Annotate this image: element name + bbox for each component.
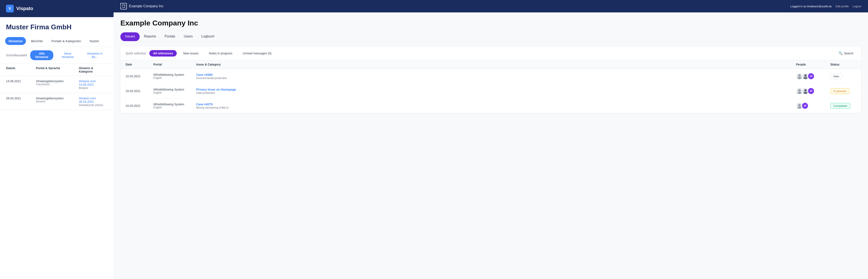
row1-issue-link[interactable]: Hinweis vom 14.06.2021: [79, 80, 107, 86]
row1-lang: Französisch: [36, 83, 79, 86]
neue-hinweise-button[interactable]: Neue Hinweise: [56, 50, 80, 60]
brand-logo-inner: [122, 5, 125, 8]
row1-issue-sub: Bonjour: [79, 86, 107, 90]
qs-all-references[interactable]: All references: [149, 50, 177, 57]
issue-portal-3: Whistleblowing System: [153, 102, 196, 106]
tab-users[interactable]: Users: [180, 32, 197, 41]
topbar-user-info: Logged in as bhalbach@auditi.de: [790, 5, 832, 8]
topbar-brand: Example Company Inc: [120, 3, 163, 9]
header-hinweis-kategorie: Hinweis & Kategorie: [79, 66, 107, 73]
logout-link[interactable]: Logout: [852, 5, 861, 8]
tab-portals[interactable]: Portals: [160, 32, 180, 41]
col-issue-category: Issue & Category: [196, 63, 796, 66]
row2-issue-sub: Geldwäsche (GwG): [79, 103, 107, 106]
brand-logo-icon: [120, 3, 127, 9]
edit-profile-link[interactable]: Edit profile: [836, 5, 849, 8]
people-avatars-3: JP: [796, 102, 830, 109]
vispato-logo: V: [6, 5, 14, 12]
issue-case-link-1[interactable]: Case #4280: [196, 73, 796, 76]
people-avatars-2: JP: [796, 88, 830, 94]
qs-new-issues[interactable]: New issues: [179, 50, 203, 57]
schnellauswahl-label: Schnellauswahl:: [6, 54, 28, 57]
tab-reports[interactable]: Reports: [140, 32, 160, 41]
issue-case-link-3[interactable]: Case #4279: [196, 102, 796, 106]
issue-date-1: 10.03.2021: [126, 74, 153, 78]
col-status: Status: [830, 63, 856, 66]
avatar-2c: JP: [808, 88, 814, 94]
topbar-brand-name: Example Company Inc: [129, 4, 163, 8]
topbar-links: Logged in as bhalbach@auditi.de Edit pro…: [790, 5, 861, 8]
status-badge-1: New: [830, 73, 856, 79]
issue-lang-2: English: [153, 91, 196, 94]
issue-portal-1: Whistleblowing System: [153, 73, 196, 76]
row2-lang: Deutsch: [36, 100, 79, 103]
quick-selection-bar: Quick selection: All references New issu…: [120, 46, 861, 60]
issues-table: Date Portal Issue & Category People Stat…: [120, 60, 861, 113]
avatar-3b: JP: [802, 102, 808, 109]
left-nav-nutzer[interactable]: Nutzer: [86, 37, 102, 45]
issue-lang-1: English: [153, 76, 196, 80]
row2-issue-link[interactable]: Hinweis vom 28.04.2021: [79, 97, 107, 103]
status-badge-3: Completed: [830, 103, 856, 109]
left-table-header: Datum Portal & Sprache Hinweis & Kategor…: [0, 64, 114, 76]
vispato-brand: Vispato: [16, 6, 33, 11]
left-table-row: 14.06.2021 Hinweisgebersystem Französisc…: [0, 76, 114, 93]
qs-notes-in-progress[interactable]: Notes in progress: [205, 50, 236, 57]
issues-panel: Quick selection: All references New issu…: [120, 46, 861, 113]
schnellauswahl-bar: Schnellauswahl: Alle Hinweise Neue Hinwe…: [0, 47, 114, 64]
right-panel: Example Company Inc Logged in as bhalbac…: [114, 0, 868, 279]
qs-unread-messages[interactable]: Unread messages (0): [239, 50, 276, 57]
issue-case-link-2[interactable]: Privacy Issue on Homepage: [196, 88, 796, 91]
header-portal-sprache: Portal & Sprache: [36, 66, 79, 73]
issue-lang-3: English: [153, 106, 196, 109]
hinweise-in-bear-button[interactable]: Hinweise in Be...: [82, 50, 107, 60]
left-nav-portale[interactable]: Portale & Kategorien: [48, 37, 84, 45]
tab-logbuch[interactable]: Logbuch: [197, 32, 219, 41]
right-nav: Issues Reports Portals Users Logbuch: [120, 32, 861, 41]
avatar-1c: JP: [808, 73, 814, 80]
left-nav: Hinweise Berichte Portale & Kategorien N…: [0, 35, 114, 47]
right-company-title: Example Company Inc: [120, 19, 861, 27]
quick-selection-label: Quick selection:: [126, 52, 147, 55]
row1-date: 14.06.2021: [6, 80, 36, 90]
left-nav-berichte[interactable]: Berichte: [28, 37, 46, 45]
alle-hinweise-button[interactable]: Alle Hinweise: [30, 50, 53, 60]
left-nav-hinweise[interactable]: Hinweise: [5, 37, 26, 45]
right-content: Example Company Inc Issues Reports Porta…: [114, 12, 868, 279]
status-badge-2: In process: [830, 88, 856, 94]
issue-portal-2: Whistleblowing System: [153, 88, 196, 91]
right-topbar: Example Company Inc Logged in as bhalbac…: [114, 0, 868, 12]
issue-category-1: Environmental protection: [196, 76, 796, 80]
issues-table-header: Date Portal Issue & Category People Stat…: [120, 60, 861, 69]
col-portal: Portal: [153, 63, 196, 66]
issue-date-3: 10.03.2021: [126, 104, 153, 107]
left-table: Datum Portal & Sprache Hinweis & Kategor…: [0, 64, 114, 110]
issues-row: 10.03.2021 Whistleblowing System English…: [120, 84, 861, 98]
col-people: People: [796, 63, 830, 66]
row1-portal: Hinweisgebersystem: [36, 80, 79, 83]
issues-row: 10.03.2021 Whistleblowing System English…: [120, 98, 861, 113]
col-date: Date: [126, 63, 153, 66]
search-button[interactable]: 🔍 Search: [836, 50, 856, 57]
issue-date-2: 10.03.2021: [126, 89, 153, 93]
issue-category-2: Data protection: [196, 91, 796, 94]
issue-category-3: Money laundering (AMLA): [196, 106, 796, 109]
row2-portal: Hinweisgebersystem: [36, 97, 79, 100]
left-header: V Vispato: [0, 0, 114, 17]
left-table-row: 28.04.2021 Hinweisgebersystem Deutsch Hi…: [0, 93, 114, 110]
people-avatars-1: JP: [796, 73, 830, 80]
left-panel: V Vispato Muster Firma GmbH Hinweise Ber…: [0, 0, 114, 279]
search-icon: 🔍: [838, 51, 843, 55]
left-company-title: Muster Firma GmbH: [0, 17, 114, 35]
header-datum: Datum: [6, 66, 36, 73]
row2-date: 28.04.2021: [6, 97, 36, 106]
issues-row: 10.03.2021 Whistleblowing System English…: [120, 69, 861, 84]
tab-issues[interactable]: Issues: [120, 32, 140, 41]
